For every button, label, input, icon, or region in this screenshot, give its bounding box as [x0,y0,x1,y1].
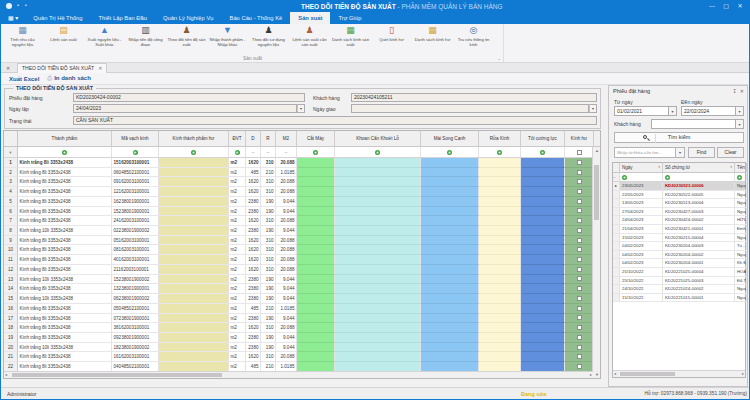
cell-khoan[interactable] [335,216,421,226]
kinh-hu-checkbox[interactable] [577,208,582,213]
cell-mai[interactable] [421,177,479,187]
cell-r[interactable]: 310 [261,177,276,187]
cell-d[interactable]: 1620 [246,216,261,226]
ribbon-button[interactable]: ▦ Danh sách kính sản xuất [330,24,371,47]
cell-order-code[interactable]: KD20230523-00006 [663,182,735,191]
scrollbar-thumb[interactable] [594,165,599,220]
column-header-cat-may[interactable]: Cắt Máy [297,131,335,146]
order-row[interactable]: 21/04/2023 KD20230421-00001 Đinh [613,225,745,234]
cell-toi-cuong-luc[interactable] [521,323,565,333]
order-row[interactable]: 04/02/2023 KD20230204-00003 Tú - [613,242,745,251]
cell-khoan[interactable] [335,236,421,246]
cell-khoan[interactable] [335,158,421,168]
cell-customer-name[interactable]: Nguy [735,191,747,200]
cell-d[interactable]: 2380 [246,226,261,236]
cell-m2[interactable]: 9.044 [276,207,297,217]
cell-m2[interactable]: 9.044 [276,197,297,207]
filter-cell[interactable]: + [735,173,747,181]
cell-broken-finished-glass[interactable] [159,207,229,217]
cell-d[interactable]: 485 [246,304,261,314]
cell-order-code[interactable]: KD20221025-00004 [663,268,735,277]
cell-order-date[interactable]: 23/05/2023 [620,182,663,191]
cell-broken-finished-glass[interactable] [159,216,229,226]
cell-customer-name[interactable]: Nguy [735,294,747,303]
menu-tab[interactable]: Trợ Giúp [330,12,369,24]
cell-cat-may[interactable] [297,294,335,304]
cell-broken-finished-glass[interactable] [159,158,229,168]
ribbon-button[interactable]: ▯ Quét kính hư [371,24,412,47]
cell-rua-kinh[interactable] [479,207,521,217]
cell-cat-may[interactable] [297,236,335,246]
cell-toi-cuong-luc[interactable] [521,177,565,187]
cell-rua-kinh[interactable] [479,216,521,226]
cell-mai[interactable] [421,352,479,362]
cell-cat-may[interactable] [297,304,335,314]
cell-barcode[interactable]: 13238001900001 [112,284,159,294]
cell-broken-finished-glass[interactable] [159,352,229,362]
table-row[interactable]: 10 Kính trắng 8li 3353x2438 081620031000… [4,245,600,255]
table-row[interactable]: 17 Kính trắng 8li 3353x2438 072380019000… [4,314,600,324]
cell-order-date[interactable]: 15/02/2023 [620,234,663,243]
cell-cat-may[interactable] [297,275,335,285]
cell-unit[interactable]: m2 [229,168,246,178]
kinh-hu-checkbox[interactable] [577,296,582,301]
ribbon-button[interactable]: ♟ Theo dõi sử dụng nguyên liệu [248,24,289,47]
cell-unit[interactable]: m2 [229,304,246,314]
cell-rua-kinh[interactable] [479,284,521,294]
cell-mai[interactable] [421,323,479,333]
kinh-hu-checkbox[interactable] [577,179,582,184]
cell-cat-may[interactable] [297,333,335,343]
cell-khoan[interactable] [335,352,421,362]
cell-m2[interactable]: 1.0185 [276,304,297,314]
column-header-kinh-tp-hu[interactable]: Kính thành phẩm hư [159,131,229,146]
cell-rua-kinh[interactable] [479,352,521,362]
cell-rua-kinh[interactable] [479,236,521,246]
cell-customer-name[interactable]: HOÀ [735,268,747,277]
cell-barcode[interactable]: 38162003100001 [112,323,159,333]
table-row[interactable]: 1 Kính trắng 8li 3353x2438 1516200310000… [4,158,600,168]
cell-kinh-hu[interactable] [565,314,594,324]
order-row[interactable]: 13/05/2023 KD20230513-00004 Nguy [613,199,745,208]
cell-cat-may[interactable] [297,245,335,255]
cell-unit[interactable]: m2 [229,158,246,168]
cell-order-date[interactable]: 27/04/2023 [620,208,663,217]
cell-m2[interactable]: 20.088 [276,352,297,362]
column-header-kinh-hu[interactable]: Kính hư [565,131,594,146]
created-date-field[interactable]: 24/04/2023 [73,104,297,113]
cell-order-date[interactable]: 13/05/2023 [620,199,663,208]
from-date-field[interactable]: 01/02/2021 [614,106,669,116]
cell-order-date[interactable]: 04/02/2023 [620,259,663,268]
cell-order-date[interactable]: 22/05/2023 [620,191,663,200]
cell-rua-kinh[interactable] [479,197,521,207]
cell-r[interactable]: 190 [261,207,276,217]
ribbon-button[interactable]: ♟ Theo dõi tiến độ sản xuất [166,24,207,47]
cell-kinh-hu[interactable] [565,197,594,207]
order-row[interactable]: 15/10/2022 KD20221015-00001 Nguy [613,294,745,303]
find-dropdown-icon[interactable]: ▾ [676,147,685,158]
kinh-hu-checkbox[interactable] [577,306,582,311]
cell-barcode[interactable]: 15238001900002 [112,275,159,285]
filter-cell[interactable]: + [335,147,421,157]
tabbar-close-icon[interactable]: ✕ [6,65,10,71]
order-row[interactable]: 27/04/2023 KD20230427-00003 Nguy [613,208,745,217]
cell-product-name[interactable]: Kính trắng 10li 3353x2438 [18,294,112,304]
order-row[interactable]: 22/05/2023 KD20230522-00005 Nguy [613,191,745,200]
kinh-hu-checkbox[interactable] [577,160,582,165]
cell-m2[interactable]: 9.044 [276,226,297,236]
cell-rua-kinh[interactable] [479,226,521,236]
cell-broken-finished-glass[interactable] [159,275,229,285]
cell-rua-kinh[interactable] [479,168,521,178]
filter-plus-icon[interactable]: + [447,150,452,155]
cell-mai[interactable] [421,226,479,236]
filter-cell[interactable]: + [159,147,229,157]
cell-khoan[interactable] [335,255,421,265]
cell-order-code[interactable]: KD20230427-00003 [663,208,735,217]
cell-cat-may[interactable] [297,168,335,178]
cell-toi-cuong-luc[interactable] [521,245,565,255]
ribbon-button[interactable]: ▤ Lệnh sản xuất [43,24,84,47]
cell-customer-name[interactable]: Nguy [735,234,747,243]
cell-barcode[interactable]: 16238001900001 [112,197,159,207]
cell-r[interactable]: 190 [261,284,276,294]
kinh-hu-checkbox[interactable] [577,267,582,272]
ribbon-button[interactable]: ♟ Lệnh sản xuất cần sản xuất [289,24,330,47]
